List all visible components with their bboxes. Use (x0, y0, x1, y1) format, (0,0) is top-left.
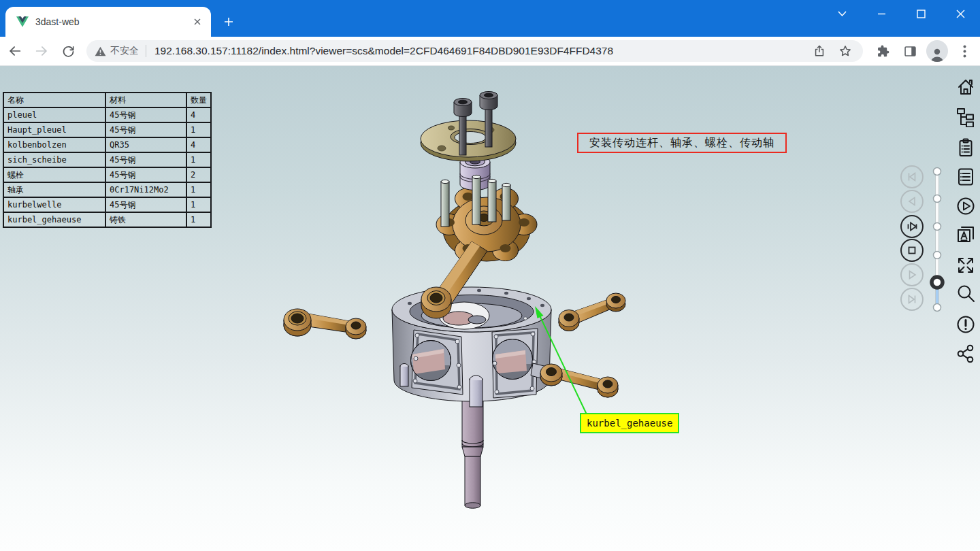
kebab-menu-icon[interactable] (953, 39, 976, 63)
security-label: 不安全 (110, 45, 139, 57)
play-button[interactable] (900, 263, 924, 286)
table-row: sich_scheibe45号钢1 (3, 152, 211, 167)
window-close-button[interactable] (941, 0, 980, 27)
tab-title: 3dast-web (35, 16, 191, 27)
part-label: kurbel_gehaeuse (580, 413, 679, 433)
model-tree-button[interactable] (953, 105, 978, 129)
part-pleuel-lower-right[interactable] (531, 363, 618, 397)
zoom-search-button[interactable] (953, 282, 978, 306)
table-row: 螺栓45号钢2 (3, 167, 211, 182)
reload-button[interactable] (56, 39, 80, 63)
step-slider[interactable] (930, 167, 946, 314)
omnibox-divider (146, 45, 146, 57)
skip-to-end-button[interactable] (900, 288, 924, 311)
table-row: kurbel_gehaeuse铸铁1 (3, 212, 211, 227)
text-annotation-button[interactable] (953, 222, 978, 247)
bom-table: 名称 材料 数量 pleuel45号钢4 Haupt_pleuel45号钢1 k… (3, 92, 212, 228)
stop-button[interactable] (900, 239, 924, 262)
share-page-icon[interactable] (810, 41, 829, 61)
info-button[interactable] (953, 312, 978, 337)
skip-to-start-button[interactable] (900, 165, 924, 188)
tab-close-icon[interactable] (191, 15, 204, 29)
steps-list-button[interactable] (953, 165, 978, 189)
clipboard-list-button[interactable] (953, 135, 978, 160)
part-kurbel-gehaeuse[interactable] (392, 287, 551, 407)
play-circle-button[interactable] (953, 194, 978, 218)
part-pleuel-left[interactable] (284, 309, 366, 339)
vue-favicon (16, 16, 29, 27)
step-annotation: 安装传动连杆、轴承、螺栓、传动轴 (577, 133, 787, 153)
window-maximize-button[interactable] (901, 0, 941, 27)
window-minimize-button[interactable] (862, 0, 901, 27)
table-row: kurbelwelle45号钢1 (3, 197, 211, 212)
bom-header-row: 名称 材料 数量 (3, 93, 211, 107)
new-tab-button[interactable] (219, 12, 238, 31)
side-panel-icon[interactable] (898, 39, 921, 63)
url-omnibox[interactable]: 不安全 192.168.30.157:11182/index.html?view… (86, 40, 863, 62)
cad-viewport: 名称 材料 数量 pleuel45号钢4 Haupt_pleuel45号钢1 k… (0, 66, 980, 551)
table-row: kolbenbolzenQR354 (3, 137, 211, 152)
not-secure-warning-icon (95, 46, 106, 56)
browser-tab[interactable]: 3dast-web (5, 7, 211, 37)
table-row: pleuel45号钢4 (3, 107, 211, 122)
bom-header-name: 名称 (3, 93, 105, 107)
bookmark-star-icon[interactable] (836, 41, 855, 61)
table-row: 轴承0Cr17Ni12Mo21 (3, 182, 211, 197)
bom-header-material: 材料 (105, 93, 186, 107)
back-button[interactable] (3, 39, 27, 63)
tab-search-chevron-icon[interactable] (822, 0, 862, 27)
part-pleuel-upper-right[interactable] (559, 293, 625, 331)
play-step-button[interactable] (900, 215, 924, 238)
fit-to-screen-button[interactable] (953, 253, 978, 278)
browser-titlebar: 3dast-web (0, 0, 980, 37)
part-sich-scheibe[interactable] (421, 120, 516, 161)
url-text[interactable]: 192.168.30.157:11182/index.html?viewer=s… (154, 45, 803, 57)
home-button[interactable] (953, 75, 978, 99)
browser-toolbar: 不安全 192.168.30.157:11182/index.html?view… (0, 37, 980, 66)
share-nodes-button[interactable] (953, 341, 978, 366)
table-row: Haupt_pleuel45号钢1 (3, 122, 211, 137)
bom-header-qty: 数量 (186, 93, 211, 107)
forward-button[interactable] (30, 39, 53, 63)
step-back-button[interactable] (900, 190, 924, 213)
extensions-puzzle-icon[interactable] (871, 39, 894, 63)
slider-thumb[interactable] (932, 277, 943, 288)
profile-avatar[interactable] (926, 39, 949, 63)
